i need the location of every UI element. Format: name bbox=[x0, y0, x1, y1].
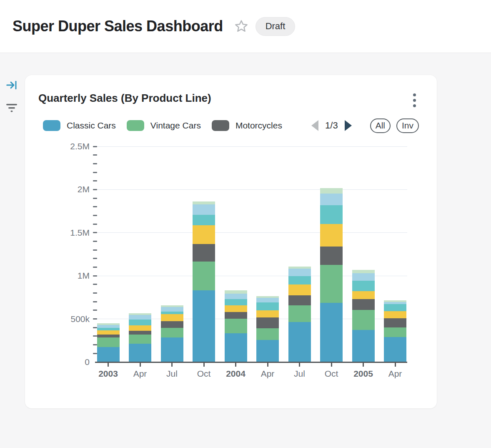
bar-segment-classic-cars[interactable] bbox=[193, 290, 215, 362]
bar-segment-vintage-cars[interactable] bbox=[97, 337, 120, 347]
bar-segment-unlabeled-6[interactable] bbox=[352, 273, 375, 280]
filter-button[interactable] bbox=[5, 101, 18, 114]
bar-segment-classic-cars[interactable] bbox=[384, 337, 406, 362]
bar-segment-unlabeled-4[interactable] bbox=[225, 305, 247, 312]
bar-segment-unlabeled-5[interactable] bbox=[384, 304, 406, 311]
bar-segment-motorcycles[interactable] bbox=[97, 335, 120, 338]
bar-segment-unlabeled-7[interactable] bbox=[320, 188, 343, 194]
bar-segment-unlabeled-4[interactable] bbox=[161, 314, 183, 321]
bar-segment-unlabeled-7[interactable] bbox=[129, 313, 151, 315]
bar-segment-unlabeled-4[interactable] bbox=[320, 224, 343, 247]
y-axis-tick-mark bbox=[93, 163, 97, 164]
x-axis-tick-label: Jul bbox=[155, 369, 189, 379]
bar-segment-vintage-cars[interactable] bbox=[161, 328, 183, 337]
bar-segment-unlabeled-6[interactable] bbox=[288, 269, 311, 276]
bar-segment-unlabeled-6[interactable] bbox=[256, 298, 279, 302]
bar-segment-unlabeled-6[interactable] bbox=[225, 294, 247, 299]
bar-segment-unlabeled-4[interactable] bbox=[129, 325, 151, 331]
y-axis-tick-mark bbox=[93, 189, 97, 190]
bar-segment-classic-cars[interactable] bbox=[129, 344, 151, 362]
bar-segment-unlabeled-4[interactable] bbox=[384, 311, 406, 318]
y-axis-tick-mark bbox=[93, 249, 97, 251]
bar-segment-unlabeled-7[interactable] bbox=[161, 305, 183, 307]
bar-segment-unlabeled-5[interactable] bbox=[352, 281, 375, 291]
bar-segment-vintage-cars[interactable] bbox=[129, 335, 151, 344]
bar-segment-classic-cars[interactable] bbox=[320, 303, 343, 362]
y-axis-tick-mark bbox=[93, 335, 97, 337]
y-axis-tick-mark bbox=[93, 172, 97, 173]
bar-segment-unlabeled-6[interactable] bbox=[161, 307, 183, 312]
bar-segment-classic-cars[interactable] bbox=[225, 333, 247, 362]
bar-segment-unlabeled-4[interactable] bbox=[352, 291, 375, 299]
bar-segment-unlabeled-5[interactable] bbox=[225, 299, 247, 305]
arrow-bar-to-right-icon bbox=[5, 79, 18, 91]
bar-segment-motorcycles[interactable] bbox=[384, 318, 406, 327]
bar-segment-unlabeled-7[interactable] bbox=[97, 323, 120, 325]
x-axis-tick-label: Apr bbox=[123, 369, 157, 379]
bar-segment-classic-cars[interactable] bbox=[352, 330, 375, 362]
bar-segment-unlabeled-6[interactable] bbox=[320, 194, 343, 205]
x-axis-tick-mark bbox=[363, 363, 364, 367]
x-axis-tick-label: Jul bbox=[283, 369, 316, 379]
bar-segment-classic-cars[interactable] bbox=[97, 347, 120, 362]
bar-segment-unlabeled-5[interactable] bbox=[129, 320, 151, 325]
bar-segment-classic-cars[interactable] bbox=[288, 322, 311, 362]
bar-segment-vintage-cars[interactable] bbox=[352, 310, 375, 330]
bar-segment-unlabeled-5[interactable] bbox=[288, 276, 311, 285]
status-badge: Draft bbox=[256, 17, 296, 36]
bar-segment-vintage-cars[interactable] bbox=[384, 327, 406, 337]
bar-segment-unlabeled-7[interactable] bbox=[384, 300, 406, 302]
bar-segment-motorcycles[interactable] bbox=[129, 331, 151, 335]
y-axis-tick-mark bbox=[93, 327, 97, 328]
y-axis-tick-label: 1.5M bbox=[25, 228, 90, 238]
bar-segment-vintage-cars[interactable] bbox=[193, 262, 215, 290]
bar-segment-motorcycles[interactable] bbox=[256, 317, 279, 328]
bar-segment-unlabeled-5[interactable] bbox=[193, 215, 215, 225]
bar-segment-unlabeled-6[interactable] bbox=[384, 302, 406, 304]
y-axis-tick-mark bbox=[93, 301, 97, 302]
bar-segment-vintage-cars[interactable] bbox=[320, 265, 343, 303]
y-axis-tick-mark bbox=[93, 180, 97, 181]
bar-segment-motorcycles[interactable] bbox=[161, 321, 183, 328]
bar-segment-vintage-cars[interactable] bbox=[256, 328, 279, 340]
bar-segment-unlabeled-5[interactable] bbox=[256, 302, 279, 310]
collapse-panel-button[interactable] bbox=[5, 78, 18, 92]
bar-segment-motorcycles[interactable] bbox=[352, 299, 375, 310]
x-axis-tick-mark bbox=[299, 363, 300, 367]
y-axis-tick-mark bbox=[93, 206, 97, 207]
bar-segment-unlabeled-7[interactable] bbox=[225, 290, 247, 294]
bar-segment-unlabeled-7[interactable] bbox=[193, 201, 215, 204]
bar-segment-unlabeled-4[interactable] bbox=[193, 225, 215, 244]
page-title: Super Duper Sales Dashboard bbox=[13, 18, 223, 35]
bar-segment-motorcycles[interactable] bbox=[288, 295, 311, 306]
bar-segment-unlabeled-4[interactable] bbox=[97, 330, 120, 335]
bar-segment-unlabeled-6[interactable] bbox=[193, 204, 215, 215]
x-axis-tick-mark bbox=[331, 363, 332, 367]
bar-segment-unlabeled-7[interactable] bbox=[256, 296, 279, 298]
bar-segment-unlabeled-4[interactable] bbox=[288, 284, 311, 295]
bar-segment-motorcycles[interactable] bbox=[225, 312, 247, 319]
y-axis-tick-mark bbox=[93, 353, 97, 354]
y-axis-tick-mark bbox=[93, 241, 97, 242]
bar-segment-unlabeled-6[interactable] bbox=[97, 325, 120, 328]
bar-segment-unlabeled-5[interactable] bbox=[161, 312, 183, 314]
bar-segment-unlabeled-4[interactable] bbox=[256, 310, 279, 317]
bar-segment-unlabeled-5[interactable] bbox=[320, 205, 343, 224]
bar-segment-vintage-cars[interactable] bbox=[225, 319, 247, 333]
bar-segment-vintage-cars[interactable] bbox=[288, 305, 311, 322]
bar-segment-motorcycles[interactable] bbox=[193, 244, 215, 262]
chart-card: Quarterly Sales (By Product Line) Classi… bbox=[25, 75, 437, 408]
y-gridline bbox=[97, 189, 407, 190]
x-axis-tick-mark bbox=[267, 363, 268, 367]
bar-segment-motorcycles[interactable] bbox=[320, 247, 343, 264]
favorite-star-button[interactable] bbox=[234, 19, 249, 34]
bar-segment-unlabeled-7[interactable] bbox=[288, 267, 311, 269]
y-gridline bbox=[97, 146, 407, 147]
bar-segment-classic-cars[interactable] bbox=[256, 340, 279, 362]
bar-segment-unlabeled-5[interactable] bbox=[97, 328, 120, 330]
bar-segment-unlabeled-7[interactable] bbox=[352, 270, 375, 273]
y-axis-tick-mark bbox=[93, 310, 97, 311]
bar-segment-classic-cars[interactable] bbox=[161, 337, 183, 362]
x-axis-tick-label: 2003 bbox=[92, 369, 125, 379]
bar-segment-unlabeled-6[interactable] bbox=[129, 315, 151, 320]
